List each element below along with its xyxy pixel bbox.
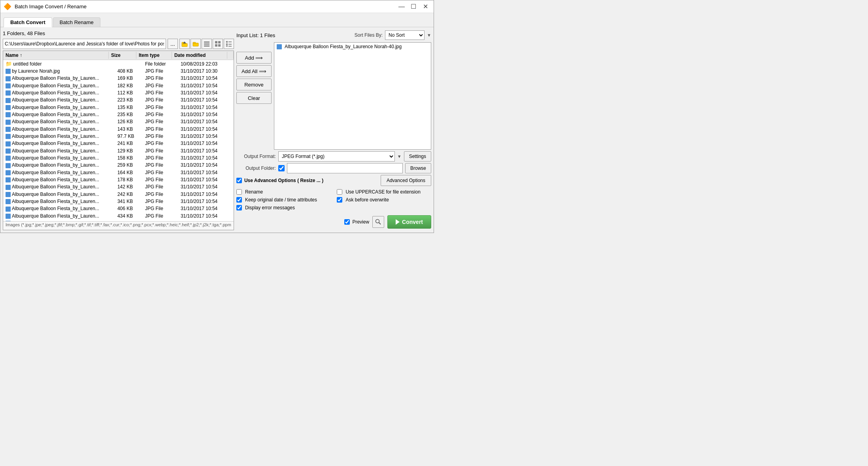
svg-rect-17	[228, 46, 232, 47]
view-detail-icon-btn[interactable]	[224, 39, 234, 49]
input-item-name: Albuquerque Balloon Fiesta_by_Laurence N…	[285, 44, 402, 49]
table-row[interactable]: Albuquerque Balloon Fiesta_by_Lauren...2…	[3, 140, 234, 147]
table-row[interactable]: Albuquerque Balloon Fiesta_by_Lauren...2…	[3, 111, 234, 118]
table-row[interactable]: 📁 untitled folderFile folder10/08/2019 2…	[3, 60, 234, 68]
tab-batch-rename[interactable]: Batch Rename	[53, 17, 100, 27]
table-row[interactable]: Albuquerque Balloon Fiesta_by_Lauren...9…	[3, 133, 234, 140]
file-list-body[interactable]: 📁 untitled folderFile folder10/08/2019 2…	[3, 60, 234, 221]
view-grid-icon-btn[interactable]	[213, 39, 223, 49]
uppercase-checkbox[interactable]	[337, 189, 342, 195]
file-name-cell: by Laurence Norah.jpg	[3, 68, 115, 74]
add-all-button[interactable]: Add All ⟹	[236, 65, 272, 77]
output-format-select[interactable]: JPEG Format (*.jpg) PNG Format (*.png) B…	[278, 151, 395, 162]
svg-rect-8	[215, 41, 217, 43]
svg-rect-13	[226, 43, 228, 45]
table-row[interactable]: Albuquerque Balloon Fiesta_by_Lauren...3…	[3, 198, 234, 205]
advanced-options-button[interactable]: Advanced Options	[381, 175, 431, 186]
file-date-cell: 31/10/2017 10:54	[178, 191, 234, 197]
file-date-cell: 31/10/2017 10:54	[178, 111, 234, 118]
table-row[interactable]: Albuquerque Balloon Fiesta_by_Lauren...4…	[3, 205, 234, 212]
file-type-cell: JPG File	[143, 169, 178, 176]
jpg-icon	[6, 177, 11, 182]
output-folder-row: Output Folder: Browse	[236, 163, 431, 173]
table-row[interactable]: by Laurence Norah.jpg408 KBJPG File31/10…	[3, 68, 234, 75]
file-name-cell: Albuquerque Balloon Fiesta_by_Lauren...	[3, 205, 115, 212]
window-title: Batch Image Convert / Rename	[15, 4, 87, 9]
file-name-cell: Albuquerque Balloon Fiesta_by_Lauren...	[3, 148, 115, 154]
tab-batch-convert[interactable]: Batch Convert	[4, 17, 52, 27]
svg-rect-15	[228, 41, 232, 42]
browse-path-button[interactable]: ...	[168, 39, 178, 49]
input-list-body[interactable]: Albuquerque Balloon Fiesta_by_Laurence N…	[274, 42, 431, 150]
table-row[interactable]: Albuquerque Balloon Fiesta_by_Lauren...1…	[3, 89, 234, 96]
ask-overwrite-checkbox[interactable]	[337, 197, 342, 203]
folder-up-icon-btn[interactable]	[179, 39, 190, 49]
convert-button[interactable]: Convert	[387, 215, 431, 229]
file-size-cell: 97.7 KB	[115, 133, 143, 139]
svg-rect-16	[228, 44, 232, 45]
browse-output-button[interactable]: Browse	[405, 163, 431, 173]
display-errors-checkbox[interactable]	[236, 205, 242, 210]
jpg-icon	[6, 148, 11, 154]
table-row[interactable]: Albuquerque Balloon Fiesta_by_Lauren...2…	[3, 162, 234, 169]
table-row[interactable]: Albuquerque Balloon Fiesta_by_Lauren...1…	[3, 169, 234, 176]
table-row[interactable]: Albuquerque Balloon Fiesta_by_Lauren...1…	[3, 126, 234, 133]
output-folder-checkbox[interactable]	[278, 165, 285, 171]
file-date-cell: 31/10/2017 10:54	[178, 184, 234, 190]
preview-checkbox[interactable]	[344, 219, 350, 225]
svg-line-19	[379, 223, 381, 225]
file-date-cell: 31/10/2017 10:54	[178, 155, 234, 161]
add-button[interactable]: Add ⟹	[236, 52, 272, 64]
list-item[interactable]: Albuquerque Balloon Fiesta_by_Laurence N…	[274, 43, 431, 51]
file-name-cell: Albuquerque Balloon Fiesta_by_Lauren...	[3, 177, 115, 183]
file-type-cell: JPG File	[143, 177, 178, 183]
view-list-icon-btn[interactable]	[202, 39, 212, 49]
file-size-cell: 158 KB	[115, 155, 143, 161]
search-button[interactable]	[372, 216, 384, 228]
file-type-cell: JPG File	[143, 68, 178, 74]
svg-rect-12	[226, 41, 228, 43]
maximize-button[interactable]: ☐	[408, 2, 419, 12]
jpg-icon	[6, 90, 11, 96]
jpg-icon	[6, 214, 11, 219]
table-row[interactable]: Albuquerque Balloon Fiesta_by_Lauren...1…	[3, 183, 234, 190]
table-row[interactable]: Albuquerque Balloon Fiesta_by_Lauren...2…	[3, 96, 234, 103]
file-size-cell: 129 KB	[115, 148, 143, 154]
path-input[interactable]	[3, 39, 166, 49]
sort-select[interactable]: No Sort Name Date Size	[385, 30, 425, 40]
file-size-cell: 235 KB	[115, 111, 143, 118]
rename-checkbox[interactable]	[236, 189, 242, 195]
sort-dropdown-arrow: ▼	[427, 33, 431, 38]
settings-button[interactable]: Settings	[404, 151, 431, 162]
table-row[interactable]: Albuquerque Balloon Fiesta_by_Lauren...2…	[3, 191, 234, 198]
file-list-header: Name ↑ Size Item type Date modified	[3, 51, 234, 60]
header-date[interactable]: Date modified	[172, 52, 227, 59]
table-row[interactable]: Albuquerque Balloon Fiesta_by_Lauren...1…	[3, 118, 234, 125]
use-advanced-checkbox[interactable]	[236, 178, 242, 183]
table-row[interactable]: Albuquerque Balloon Fiesta_by_Lauren...1…	[3, 82, 234, 89]
keep-date-checkbox[interactable]	[236, 197, 242, 203]
bottom-right: Output Format: JPEG Format (*.jpg) PNG F…	[236, 151, 431, 230]
header-size[interactable]: Size	[109, 52, 136, 59]
title-bar-left: 🔶 Batch Image Convert / Rename	[4, 3, 87, 10]
minimize-button[interactable]: —	[396, 2, 407, 12]
file-size-cell: 341 KB	[115, 198, 143, 205]
remove-button[interactable]: Remove	[236, 79, 272, 90]
file-type-cell: JPG File	[143, 118, 178, 125]
folder-open-icon-btn[interactable]	[191, 39, 201, 49]
header-name[interactable]: Name ↑	[3, 52, 109, 59]
table-row[interactable]: Albuquerque Balloon Fiesta_by_Lauren...1…	[3, 147, 234, 154]
clear-button[interactable]: Clear	[236, 92, 272, 104]
header-type[interactable]: Item type	[136, 52, 172, 59]
file-size-cell: 169 KB	[115, 75, 143, 81]
table-row[interactable]: Albuquerque Balloon Fiesta_by_Lauren...1…	[3, 75, 234, 82]
table-row[interactable]: Albuquerque Balloon Fiesta_by_Lauren...1…	[3, 176, 234, 183]
file-size-cell: 406 KB	[115, 205, 143, 212]
output-folder-input[interactable]	[287, 163, 403, 173]
table-row[interactable]: Albuquerque Balloon Fiesta_by_Lauren...1…	[3, 154, 234, 162]
close-button[interactable]: ✕	[420, 2, 430, 12]
table-row[interactable]: Albuquerque Balloon Fiesta_by_Lauren...1…	[3, 104, 234, 111]
uppercase-label: Use UPPERCASE for file extension	[345, 189, 420, 195]
table-row[interactable]: Albuquerque Balloon Fiesta_by_Lauren...4…	[3, 212, 234, 220]
keep-date-row: Keep original date / time attributes	[236, 196, 331, 203]
